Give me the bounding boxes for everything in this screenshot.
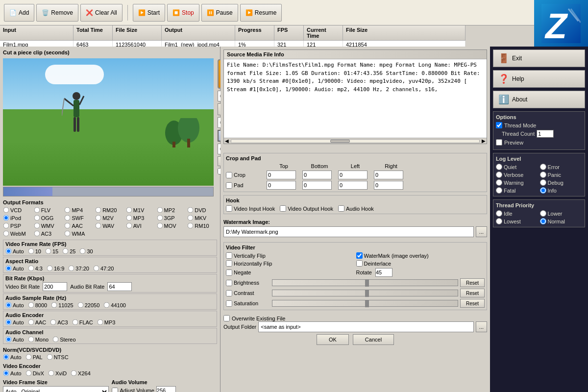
ve-item-auto[interactable]: Auto <box>3 370 22 376</box>
ae-radio-MP3[interactable] <box>97 319 103 325</box>
asr-item-8000[interactable]: 8000 <box>28 302 47 308</box>
loglevel-radio-warning[interactable] <box>496 179 502 186</box>
loglevel-radio-verbose[interactable] <box>496 172 502 178</box>
fps-radio-25[interactable] <box>63 248 69 254</box>
priority-item-lower[interactable]: Lower <box>540 210 583 217</box>
norm-radio-Auto[interactable] <box>3 354 9 360</box>
priority-radio-idle[interactable] <box>496 210 502 217</box>
norm-item-ntsc[interactable]: NTSC <box>47 354 69 360</box>
format-item-mp3[interactable]: MP3 <box>126 215 156 221</box>
add-button[interactable]: 📄 Add <box>4 4 34 22</box>
cancel-button[interactable]: Cancel <box>353 334 394 345</box>
priority-item-normal[interactable]: Normal <box>540 218 583 224</box>
pad-checkbox[interactable] <box>226 182 232 189</box>
format-item-mkv[interactable]: MKV <box>187 215 217 221</box>
crop-right-input[interactable] <box>374 171 403 179</box>
ar-radio-47:20[interactable] <box>94 266 99 271</box>
asr-item-auto[interactable]: Auto <box>5 302 24 308</box>
ok-button[interactable]: OK <box>317 334 349 345</box>
format-item-ipod[interactable]: iPod <box>3 215 33 221</box>
format-radio-rm20[interactable] <box>96 207 101 213</box>
start-button[interactable]: ▶️ Start <box>133 4 165 22</box>
fps-radio-Auto[interactable] <box>6 248 12 254</box>
about-button[interactable]: ℹ️ About <box>493 91 585 108</box>
norm-radio-NTSC[interactable] <box>47 354 52 360</box>
ar-radio-4:3[interactable] <box>28 266 34 271</box>
hflip-checkbox[interactable] <box>226 260 232 267</box>
brightness-slider[interactable] <box>272 279 458 286</box>
output-folder-browse-button[interactable]: ... <box>476 321 487 332</box>
pad-left-input[interactable] <box>338 181 368 190</box>
ac-radio-Mono[interactable] <box>28 337 34 343</box>
saturation-slider[interactable] <box>272 300 458 307</box>
pad-bottom-input[interactable] <box>302 181 332 190</box>
timeline[interactable] <box>3 187 214 196</box>
asr-radio-8000[interactable] <box>28 302 34 308</box>
format-item-vcd[interactable]: VCD <box>3 207 33 213</box>
format-radio-aac[interactable] <box>65 223 71 229</box>
ac-item-stereo[interactable]: Stereo <box>52 336 75 343</box>
format-radio-wav[interactable] <box>96 223 101 229</box>
video-input-hook-checkbox[interactable] <box>226 205 232 212</box>
video-bitrate-input[interactable] <box>43 282 67 291</box>
format-radio-wmv[interactable] <box>34 223 40 229</box>
format-radio-psp[interactable] <box>3 223 9 229</box>
format-item-wmv[interactable]: WMV <box>34 222 64 229</box>
ae-item-mp3[interactable]: MP3 <box>97 319 116 325</box>
ar-radio-16:9[interactable] <box>47 266 53 271</box>
ar-item-4720[interactable]: 47:20 <box>93 265 114 271</box>
priority-radio-lower[interactable] <box>540 210 546 217</box>
log-item-warning[interactable]: Warning <box>496 179 539 186</box>
remove-button[interactable]: 🗑️ Remove <box>36 4 78 22</box>
format-item-avi[interactable]: AVI <box>126 222 156 229</box>
scroll-right-arrow[interactable]: ▶ <box>481 138 487 144</box>
ve-item-xvid[interactable]: XviD <box>48 370 67 376</box>
loglevel-radio-panic[interactable] <box>540 172 546 178</box>
log-item-panic[interactable]: Panic <box>540 172 583 178</box>
resume-button[interactable]: ▶️ Resume <box>240 4 282 22</box>
thread-mode-checkbox[interactable] <box>496 122 502 128</box>
norm-item-pal[interactable]: PAL <box>25 354 43 360</box>
asr-item-44100[interactable]: 44100 <box>103 302 126 308</box>
asr-radio-22050[interactable] <box>77 302 83 308</box>
preview-checkbox[interactable] <box>496 139 502 146</box>
format-radio-rm10[interactable] <box>188 223 194 229</box>
format-radio-wma[interactable] <box>65 231 71 237</box>
audio-hook-checkbox[interactable] <box>338 205 344 212</box>
format-item-rm10[interactable]: RM10 <box>187 222 217 229</box>
fps-item-10[interactable]: 10 <box>28 248 41 254</box>
log-item-info[interactable]: Info <box>540 187 583 194</box>
asr-item-22050[interactable]: 22050 <box>77 302 100 308</box>
format-item-aac[interactable]: AAC <box>64 222 94 229</box>
format-item-psp[interactable]: PSP <box>3 222 33 229</box>
format-radio-3gp[interactable] <box>157 215 163 221</box>
format-radio-dvd[interactable] <box>188 207 194 213</box>
crop-top-input[interactable] <box>267 171 296 179</box>
watermark-path-input[interactable] <box>223 226 474 237</box>
fps-item-30[interactable]: 30 <box>79 248 93 254</box>
ac-item-auto[interactable]: Auto <box>5 336 24 343</box>
format-radio-mp2[interactable] <box>157 207 163 213</box>
ve-radio-DivX[interactable] <box>25 370 31 376</box>
framesize-select[interactable]: Auto - Original <box>3 386 109 392</box>
contrast-reset-button[interactable]: Reset <box>460 289 485 297</box>
format-item-mov[interactable]: MOV <box>157 222 187 229</box>
ae-item-aac[interactable]: AAC <box>28 319 47 325</box>
format-radio-ogg[interactable] <box>34 215 40 221</box>
saturation-checkbox[interactable] <box>226 300 232 307</box>
negate-checkbox[interactable] <box>226 270 232 276</box>
fps-item-25[interactable]: 25 <box>62 248 75 254</box>
ar-radio-37:20[interactable] <box>69 266 74 271</box>
asr-item-11025[interactable]: 11025 <box>51 302 74 308</box>
loglevel-radio-info[interactable] <box>540 187 546 194</box>
format-item-3gp[interactable]: 3GP <box>157 215 187 221</box>
loglevel-radio-error[interactable] <box>540 164 546 170</box>
ac-radio-Stereo[interactable] <box>53 337 59 343</box>
ar-radio-Auto[interactable] <box>6 266 12 271</box>
format-radio-mp3[interactable] <box>126 215 132 221</box>
format-radio-ac3[interactable] <box>34 231 40 237</box>
format-item-swf[interactable]: SWF <box>64 215 94 221</box>
crop-bottom-input[interactable] <box>302 171 332 179</box>
watermark-browse-button[interactable]: ... <box>476 226 487 237</box>
ve-item-divx[interactable]: DivX <box>25 370 44 376</box>
